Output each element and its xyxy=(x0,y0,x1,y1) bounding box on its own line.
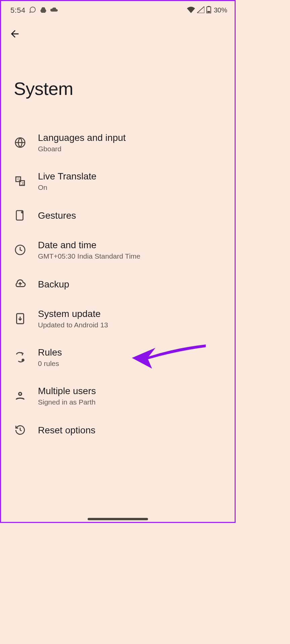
row-text: Date and time GMT+05:30 India Standard T… xyxy=(38,239,140,260)
row-title: Rules xyxy=(38,346,62,358)
settings-row-gestures[interactable]: Gestures xyxy=(1,200,235,230)
settings-row-reset[interactable]: Reset options xyxy=(1,415,235,445)
reset-icon xyxy=(14,424,27,436)
row-title: Languages and input xyxy=(38,132,126,144)
settings-row-live-translate[interactable]: G 文 Live Translate On xyxy=(1,162,235,200)
svg-rect-2 xyxy=(207,11,210,13)
row-title: Gestures xyxy=(38,210,76,221)
drive-icon xyxy=(40,7,47,14)
row-title: System update xyxy=(38,308,108,320)
row-text: Reset options xyxy=(38,424,95,436)
nav-handle[interactable] xyxy=(88,518,148,520)
row-text: Gestures xyxy=(38,210,76,221)
app-bar xyxy=(1,19,235,40)
row-sub: GMT+05:30 India Standard Time xyxy=(38,252,140,260)
person-icon xyxy=(14,389,27,402)
row-title: Reset options xyxy=(38,424,95,436)
settings-row-system-update[interactable]: System update Updated to Android 13 xyxy=(1,299,235,338)
signal-icon xyxy=(197,6,204,14)
row-sub: Signed in as Parth xyxy=(38,398,96,406)
row-sub: 0 rules xyxy=(38,360,62,368)
svg-text:G: G xyxy=(17,177,20,181)
globe-icon xyxy=(14,136,27,149)
row-title: Date and time xyxy=(38,239,140,251)
row-sub: Updated to Android 13 xyxy=(38,321,108,329)
status-clock: 5:54 xyxy=(10,6,26,15)
row-text: Languages and input Gboard xyxy=(38,132,126,153)
status-right: 30% xyxy=(187,6,227,15)
svg-point-10 xyxy=(22,359,24,361)
rules-icon xyxy=(14,351,27,364)
row-title: Multiple users xyxy=(38,385,96,397)
settings-list: Languages and input Gboard G 文 Live Tran… xyxy=(1,123,235,445)
settings-row-datetime[interactable]: Date and time GMT+05:30 India Standard T… xyxy=(1,230,235,269)
row-sub: On xyxy=(38,183,96,192)
settings-row-backup[interactable]: Backup xyxy=(1,269,235,299)
settings-row-languages[interactable]: Languages and input Gboard xyxy=(1,123,235,162)
row-sub: Gboard xyxy=(38,145,126,153)
row-text: System update Updated to Android 13 xyxy=(38,308,108,329)
row-text: Backup xyxy=(38,278,69,290)
clock-icon xyxy=(14,244,27,256)
row-title: Backup xyxy=(38,278,69,290)
translate-icon: G 文 xyxy=(14,175,27,187)
wifi-icon xyxy=(187,6,195,14)
svg-text:文: 文 xyxy=(21,181,25,185)
status-left: 5:54 xyxy=(10,6,58,15)
battery-percent: 30% xyxy=(214,6,227,14)
cloud-icon xyxy=(50,7,58,14)
svg-point-11 xyxy=(19,392,22,395)
row-title: Live Translate xyxy=(38,170,96,182)
whatsapp-icon xyxy=(29,6,36,15)
system-update-icon xyxy=(14,312,27,325)
battery-icon xyxy=(206,6,211,15)
arrow-back-icon xyxy=(9,28,20,40)
gestures-icon xyxy=(14,209,27,222)
back-button[interactable] xyxy=(9,28,20,40)
page-title: System xyxy=(1,40,235,123)
row-text: Rules 0 rules xyxy=(38,346,62,368)
settings-row-multiple-users[interactable]: Multiple users Signed in as Parth xyxy=(1,376,235,415)
row-text: Multiple users Signed in as Parth xyxy=(38,385,96,406)
status-bar: 5:54 30% xyxy=(1,1,235,19)
cloud-upload-icon xyxy=(14,278,27,290)
settings-row-rules[interactable]: Rules 0 rules xyxy=(1,338,235,376)
row-text: Live Translate On xyxy=(38,170,96,192)
